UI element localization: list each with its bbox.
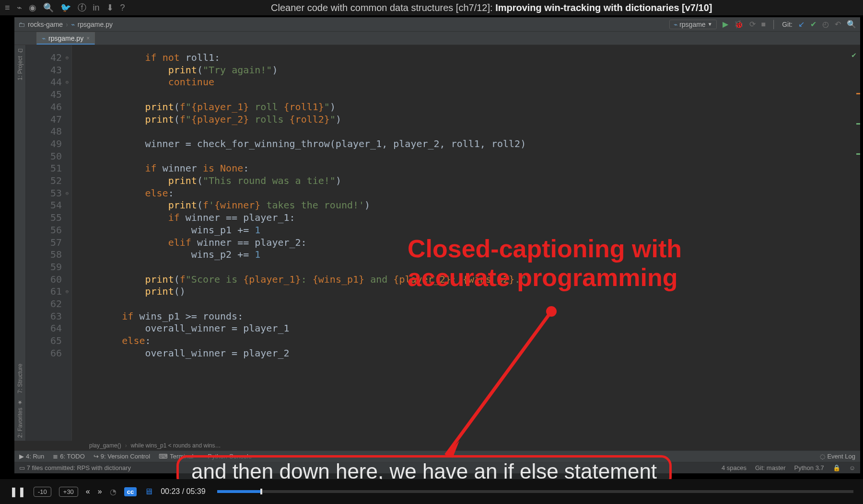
tool-pyconsole[interactable]: ⌁ Python Console (202, 453, 252, 460)
disc-icon[interactable]: ◔ (110, 487, 117, 496)
linkedin-icon[interactable]: in (93, 3, 100, 13)
cc-toggle[interactable]: cc (124, 487, 137, 496)
os-titlebar: ≡ ⌁ ◉ 🔍 🐦 ⓕ in ⬇ ? Cleaner code with com… (0, 0, 863, 15)
timecode: 00:23 / 05:39 (161, 487, 205, 496)
python-icon: ⌁ (42, 34, 46, 42)
back-10-button[interactable]: -10 (34, 487, 51, 497)
forward-30-button[interactable]: +30 (59, 487, 78, 497)
status-bar: ▭ 7 files committed: RPS with dictionary… (14, 462, 860, 473)
revert-icon[interactable]: ↶ (835, 20, 841, 29)
tool-event-log[interactable]: ◌ Event Log (820, 453, 855, 460)
tool-todo[interactable]: ≣ 6: TODO (53, 453, 85, 460)
bottom-tool-bar: ▶ 4: Run ≣ 6: TODO ↪ 9: Version Control … (14, 450, 860, 462)
run-icon[interactable]: ▶ (723, 20, 728, 29)
bell-icon[interactable]: ☺ (849, 464, 855, 471)
tool-favorites[interactable]: 2: Favorites★ (17, 396, 23, 441)
run-config-selector[interactable]: ⌁ rpsgame ▼ (669, 20, 716, 29)
editor-main: 1: Project🗀 7: Structure 2: Favorites★ 4… (14, 45, 860, 441)
next-chapter-button[interactable]: » (98, 487, 102, 496)
monitor-icon[interactable]: 🖥 (144, 487, 153, 497)
twitter-icon[interactable]: 🐦 (60, 2, 71, 13)
coverage-icon[interactable]: ⟳ (749, 20, 756, 29)
search-icon[interactable]: 🔍 (43, 2, 54, 13)
left-tool-strip: 1: Project🗀 7: Structure 2: Favorites★ (14, 45, 26, 441)
status-notifications-icon[interactable]: ▭ (19, 464, 25, 471)
pause-button[interactable]: ❚❚ (10, 486, 26, 497)
error-stripe[interactable] (856, 93, 860, 370)
chevron-down-icon: ▼ (708, 22, 712, 27)
prev-chapter-button[interactable]: « (86, 487, 90, 496)
editor-tabs: ⌁ rpsgame.py × (14, 32, 860, 45)
close-icon[interactable]: × (86, 35, 90, 42)
status-indent[interactable]: 4 spaces (722, 464, 746, 471)
breadcrumb-folder[interactable]: rocks-game (28, 21, 63, 28)
help-icon[interactable]: ? (120, 3, 125, 13)
chevron-right-icon: › (66, 21, 68, 28)
menu-icon[interactable]: ≡ (5, 3, 10, 13)
folder-icon: 🗀 (18, 21, 25, 28)
breadcrumb-func[interactable]: play_game() (89, 442, 121, 449)
tool-terminal[interactable]: ⌨ Terminal (159, 453, 193, 460)
search-everywhere-icon[interactable]: 🔍 (847, 20, 856, 29)
breadcrumb-context[interactable]: while wins_p1 < rounds and wins… (131, 442, 221, 449)
git-label: Git: (782, 21, 793, 28)
titlebar-sys-icons: ≡ ⌁ ◉ 🔍 🐦 ⓕ in ⬇ ? (5, 2, 125, 13)
breadcrumb[interactable]: 🗀 rocks-game › ⌁ rpsgame.py (18, 21, 113, 28)
breadcrumb-file[interactable]: rpsgame.py (78, 21, 113, 28)
status-message: 7 files committed: RPS with dictionary (27, 464, 131, 471)
download-icon[interactable]: ⬇ (106, 2, 114, 13)
status-interpreter[interactable]: Python 3.7 (794, 464, 824, 471)
debug-icon[interactable]: 🐞 (734, 20, 744, 29)
tool-structure[interactable]: 7: Structure (17, 361, 23, 396)
editor-breadcrumb[interactable]: play_game() › while wins_p1 < rounds and… (14, 441, 860, 450)
chevron-right-icon: › (125, 442, 127, 449)
python-icon: ⌁ (674, 21, 677, 28)
lock-icon[interactable]: 🔒 (833, 464, 840, 471)
code-editor[interactable]: 4243444546474849505152535455565758596061… (26, 45, 860, 441)
video-player-controls: ❚❚ -10 +30 « » ◔ cc 🖥 00:23 / 05:39 (0, 479, 863, 504)
vcs-update-icon[interactable]: ↙ (798, 20, 805, 29)
github-icon[interactable]: ◉ (29, 2, 36, 13)
course-title: Cleaner code with common data structures… (125, 2, 858, 13)
run-toolbar: ⌁ rpsgame ▼ ▶ 🐞 ⟳ ■ │ Git: ↙ ✔ ◴ ↶ 🔍 (669, 20, 856, 29)
pin-icon[interactable]: ⌁ (17, 2, 22, 13)
tool-project[interactable]: 1: Project🗀 (17, 45, 23, 83)
code-content[interactable]: if not roll1: print("Try again!") contin… (72, 45, 860, 441)
inspection-ok-icon[interactable]: ✔ (851, 49, 856, 61)
ide-window: 🗀 rocks-game › ⌁ rpsgame.py ⌁ rpsgame ▼ … (14, 17, 860, 473)
editor-tab-rpsgame[interactable]: ⌁ rpsgame.py × (36, 32, 95, 45)
vcs-commit-icon[interactable]: ✔ (810, 20, 816, 29)
progress-bar[interactable] (217, 490, 853, 493)
status-branch[interactable]: Git: master (755, 464, 786, 471)
tool-run[interactable]: ▶ 4: Run (19, 453, 44, 460)
facebook-icon[interactable]: ⓕ (78, 2, 86, 13)
history-icon[interactable]: ◴ (822, 20, 829, 29)
stop-icon[interactable]: ■ (761, 20, 766, 29)
ide-top-toolbar: 🗀 rocks-game › ⌁ rpsgame.py ⌁ rpsgame ▼ … (14, 17, 860, 32)
tool-vcs[interactable]: ↪ 9: Version Control (93, 453, 150, 460)
line-number-gutter: 4243444546474849505152535455565758596061… (26, 45, 72, 441)
divider: │ (771, 20, 776, 29)
tab-label: rpsgame.py (48, 34, 83, 42)
python-file-icon: ⌁ (71, 21, 75, 28)
